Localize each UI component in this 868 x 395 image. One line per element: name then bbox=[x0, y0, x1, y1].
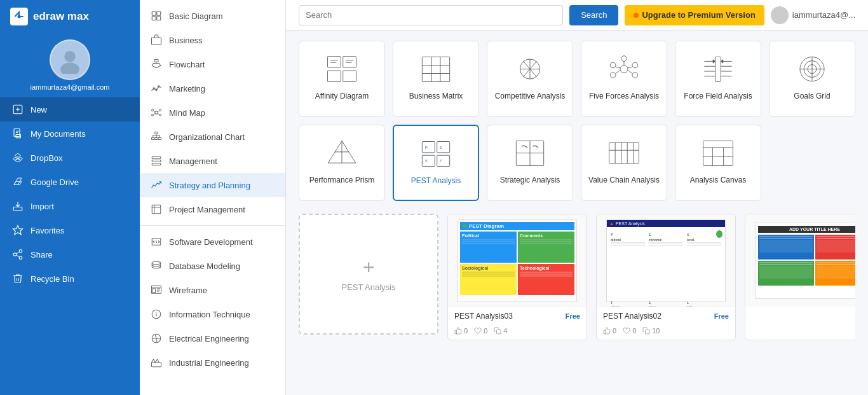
svg-rect-63 bbox=[152, 363, 161, 367]
sidebar-item-my-documents[interactable]: My Documents bbox=[0, 121, 140, 146]
nav-item-flowchart-label: Flowchart bbox=[169, 60, 205, 69]
content-area: Affinity Diagram Business Matrix bbox=[286, 31, 868, 395]
docs-icon bbox=[11, 127, 24, 140]
nav-item-industrial[interactable]: Industrial Engineering bbox=[140, 350, 285, 375]
svg-line-93 bbox=[616, 67, 620, 68]
pest03-likes-count: 0 bbox=[464, 327, 468, 335]
nav-item-business[interactable]: Business bbox=[140, 28, 285, 52]
force-field-icon bbox=[699, 52, 737, 87]
business-matrix-icon bbox=[417, 52, 455, 87]
strategic-analysis-icon bbox=[511, 135, 549, 170]
pest02-preview: ▲ PEST Analysis P olitical E bbox=[597, 214, 735, 307]
svg-rect-137 bbox=[646, 330, 650, 335]
analysis-canvas-icon bbox=[699, 135, 737, 170]
nav-item-electrical[interactable]: Electrical Engineering bbox=[140, 326, 285, 350]
svg-point-26 bbox=[152, 109, 154, 111]
template-card-goals-grid[interactable]: Goals Grid bbox=[769, 41, 855, 117]
svg-rect-117 bbox=[437, 155, 450, 166]
nav-item-management[interactable]: Management bbox=[140, 149, 285, 173]
nav-item-marketing[interactable]: Marketing bbox=[140, 76, 285, 100]
svg-point-89 bbox=[610, 72, 616, 78]
svg-line-50 bbox=[156, 240, 157, 244]
template-card-pest-analysis[interactable]: P E S T PEST Analysis bbox=[393, 125, 479, 201]
sidebar-item-share[interactable]: Share bbox=[0, 242, 140, 267]
performance-prism-icon bbox=[323, 135, 361, 170]
affinity-diagram-label: Affinity Diagram bbox=[315, 92, 369, 102]
nav-item-org-chart[interactable]: Organizational Chart bbox=[140, 125, 285, 149]
avatar-area: iammurtaza4@gmail.com bbox=[0, 33, 140, 95]
nav-item-db-modeling-label: Database Modeling bbox=[169, 261, 240, 271]
template-card-competitive-analysis[interactable]: Competitive Analysis bbox=[487, 41, 573, 117]
nav-item-wireframe[interactable]: Wireframe bbox=[140, 278, 285, 302]
nav-item-basic-diagram[interactable]: Basic Diagram bbox=[140, 4, 285, 28]
five-forces-label: Five Forces Analysis bbox=[589, 92, 659, 102]
new-icon bbox=[11, 103, 24, 116]
svg-rect-44 bbox=[152, 160, 161, 162]
new-template-card[interactable]: + PEST Analysis bbox=[299, 214, 438, 335]
sidebar-item-recycle-bin[interactable]: Recycle Bin bbox=[0, 267, 140, 291]
sidebar-item-new[interactable]: New bbox=[0, 97, 140, 121]
svg-rect-17 bbox=[152, 17, 156, 20]
upgrade-label: Upgrade to Premium Version bbox=[642, 10, 755, 20]
user-display-name: iammurtaza4@... bbox=[792, 10, 855, 20]
import-icon bbox=[11, 200, 24, 212]
svg-point-87 bbox=[632, 72, 638, 78]
nav-item-db-modeling[interactable]: Database Modeling bbox=[140, 254, 285, 278]
nav-item-software-dev[interactable]: Software Development bbox=[140, 230, 285, 254]
org-chart-icon bbox=[150, 130, 163, 143]
nav-section-2: Software Development Database Modeling W… bbox=[140, 230, 285, 375]
value-chain-icon bbox=[605, 135, 643, 170]
template-card-business-matrix[interactable]: Business Matrix bbox=[393, 41, 479, 117]
nav-item-strategy-planning[interactable]: Strategy and Planning bbox=[140, 173, 285, 197]
sidebar-item-import[interactable]: Import bbox=[0, 194, 140, 218]
sidebar-item-google-drive[interactable]: Google Drive bbox=[0, 170, 140, 194]
nav-item-project-mgmt[interactable]: Project Management bbox=[140, 197, 285, 221]
upgrade-button[interactable]: Upgrade to Premium Version bbox=[625, 5, 764, 25]
nav-item-basic-diagram-label: Basic Diagram bbox=[169, 11, 223, 21]
tpl-card-pest03[interactable]: PEST Diagram Political Comments bbox=[447, 214, 587, 340]
pest02-stats: 0 0 10 bbox=[597, 325, 735, 340]
pest03-copies-count: 4 bbox=[503, 327, 507, 335]
svg-rect-95 bbox=[715, 57, 721, 81]
svg-point-22 bbox=[153, 88, 154, 89]
business-icon bbox=[150, 34, 163, 46]
svg-rect-125 bbox=[609, 142, 639, 163]
template-card-analysis-canvas[interactable]: Analysis Canvas bbox=[675, 125, 761, 201]
nav-item-industrial-label: Industrial Engineering bbox=[169, 358, 249, 368]
tpl-card-pest02[interactable]: ▲ PEST Analysis P olitical E bbox=[596, 214, 736, 340]
template-card-value-chain[interactable]: Value Chain Analysis bbox=[581, 125, 667, 201]
svg-point-88 bbox=[610, 62, 616, 68]
svg-line-91 bbox=[628, 67, 632, 68]
template-cards-grid: Affinity Diagram Business Matrix bbox=[299, 41, 855, 201]
svg-rect-35 bbox=[152, 138, 155, 140]
svg-rect-15 bbox=[152, 11, 156, 15]
pest03-copies: 4 bbox=[494, 327, 507, 335]
sidebar-item-dropbox[interactable]: DropBox bbox=[0, 146, 140, 170]
svg-rect-16 bbox=[157, 11, 161, 15]
pest03-hearts: 0 bbox=[474, 327, 487, 335]
sidebar-item-favorites[interactable]: Favorites bbox=[0, 218, 140, 242]
svg-rect-8 bbox=[13, 207, 22, 211]
search-button[interactable]: Search bbox=[569, 5, 618, 25]
search-input[interactable] bbox=[299, 5, 563, 25]
template-card-force-field[interactable]: Force Field Analysis bbox=[675, 41, 761, 117]
nav-item-flowchart[interactable]: Flowchart bbox=[140, 52, 285, 76]
nav-item-mind-map[interactable]: Mind Map bbox=[140, 100, 285, 125]
nav-item-info-technique-label: Information Technique bbox=[169, 310, 250, 319]
template-card-strategic-analysis[interactable]: Strategic Analysis bbox=[487, 125, 573, 201]
tpl-card-partial[interactable]: ADD YOUR TITLE HERE bbox=[745, 214, 855, 340]
svg-rect-20 bbox=[154, 60, 158, 62]
svg-line-32 bbox=[154, 114, 155, 115]
pest02-footer: PEST Analysis02 Free bbox=[597, 307, 735, 325]
pest-analysis-label: PEST Analysis bbox=[411, 176, 461, 186]
template-card-five-forces[interactable]: Five Forces Analysis bbox=[581, 41, 667, 117]
pest02-copies: 10 bbox=[642, 327, 660, 335]
template-card-performance-prism[interactable]: Performance Prism bbox=[299, 125, 385, 201]
main-content: Search Upgrade to Premium Version iammur… bbox=[286, 0, 868, 395]
template-card-affinity-diagram[interactable]: Affinity Diagram bbox=[299, 41, 385, 117]
nav-item-info-technique[interactable]: Information Technique bbox=[140, 302, 285, 326]
svg-rect-115 bbox=[437, 141, 450, 152]
user-area[interactable]: iammurtaza4@... bbox=[771, 6, 855, 24]
svg-rect-36 bbox=[155, 138, 158, 140]
pest02-likes-count: 0 bbox=[613, 327, 616, 335]
